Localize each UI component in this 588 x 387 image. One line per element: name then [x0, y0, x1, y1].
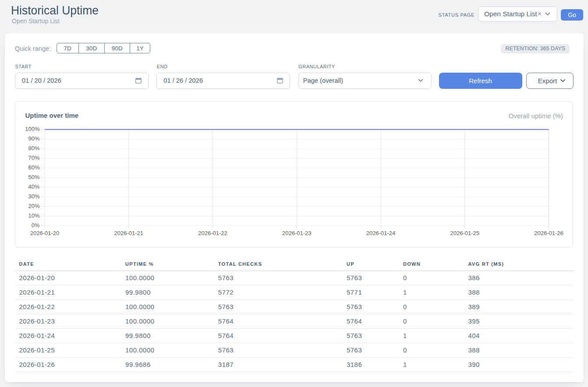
svg-text:100%: 100%	[25, 126, 40, 132]
svg-text:40%: 40%	[28, 183, 39, 190]
svg-text:30%: 30%	[28, 193, 39, 200]
svg-text:2026-01-23: 2026-01-23	[282, 230, 312, 236]
svg-text:2026-01-25: 2026-01-25	[450, 230, 480, 236]
svg-text:70%: 70%	[28, 155, 39, 161]
svg-text:2026-01-22: 2026-01-22	[198, 230, 227, 236]
svg-text:90%: 90%	[28, 135, 39, 142]
svg-text:2026-01-20: 2026-01-20	[30, 230, 60, 236]
svg-text:0%: 0%	[32, 222, 40, 229]
svg-text:2026-01-24: 2026-01-24	[366, 230, 396, 236]
svg-text:60%: 60%	[28, 164, 39, 171]
svg-text:20%: 20%	[28, 203, 39, 209]
svg-text:50%: 50%	[28, 174, 39, 180]
svg-text:10%: 10%	[28, 212, 39, 219]
svg-text:2026-01-21: 2026-01-21	[114, 230, 144, 236]
svg-text:2026-01-26: 2026-01-26	[534, 230, 563, 236]
svg-text:80%: 80%	[28, 145, 39, 151]
